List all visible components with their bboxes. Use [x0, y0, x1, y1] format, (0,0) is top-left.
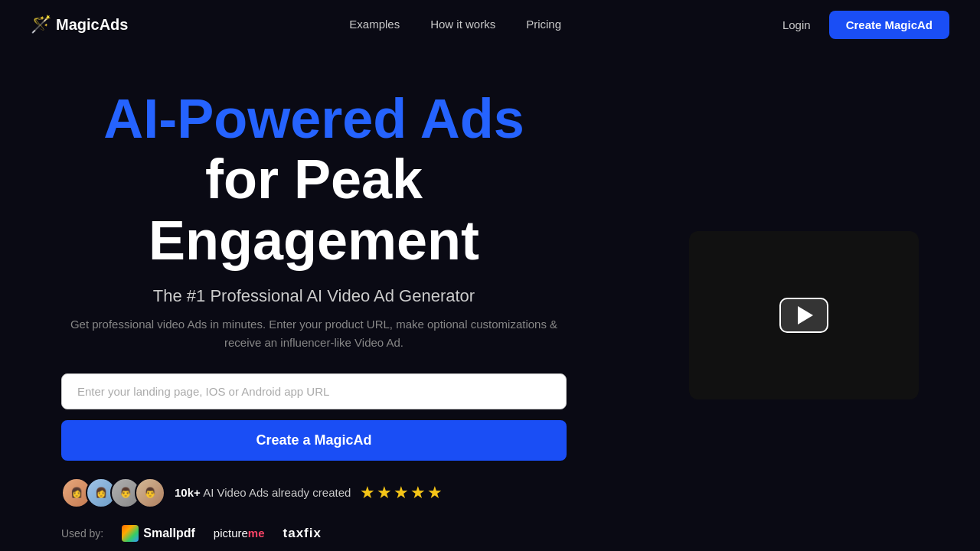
hero-video	[689, 231, 919, 399]
smallpdf-text: Smallpdf	[143, 527, 195, 540]
url-input[interactable]	[61, 373, 567, 409]
brand-pictureme: pictureme	[214, 527, 265, 540]
logo[interactable]: 🪄 MagicAds	[31, 15, 128, 34]
hero-section: AI-Powered Ads for Peak Engagement The #…	[0, 49, 980, 551]
hero-subtitle: The #1 Professional AI Video Ad Generato…	[61, 286, 567, 306]
taxfix-text: taxfix	[283, 526, 322, 541]
nav-item-pricing[interactable]: Pricing	[526, 18, 561, 31]
social-count: 10k+	[175, 486, 201, 499]
nav-item-examples[interactable]: Examples	[349, 18, 400, 31]
used-by-label: Used by:	[61, 527, 103, 540]
video-thumbnail[interactable]	[689, 231, 919, 399]
logo-icon: 🪄	[31, 15, 51, 34]
nav-right: Login Create MagicAd	[782, 11, 949, 39]
avatar: 👨	[135, 478, 165, 508]
navbar: 🪄 MagicAds Examples How it works Pricing…	[0, 0, 980, 49]
brand-smallpdf: Smallpdf	[122, 525, 195, 542]
play-icon	[798, 306, 813, 324]
hero-content: AI-Powered Ads for Peak Engagement The #…	[61, 89, 567, 542]
hero-description: Get professional video Ads in minutes. E…	[61, 315, 567, 352]
smallpdf-icon	[122, 525, 139, 542]
star-rating: ★★★★★	[360, 483, 444, 503]
logo-text: MagicAds	[56, 16, 128, 34]
avatar-group: 👩 👩 👨 👨	[61, 478, 165, 508]
create-magicad-button[interactable]: Create MagicAd	[829, 11, 949, 39]
brand-taxfix: taxfix	[283, 526, 322, 541]
play-button[interactable]	[779, 298, 828, 333]
hero-title-blue: AI-Powered Ads	[61, 89, 567, 149]
hero-title-white: for Peak Engagement	[61, 149, 567, 270]
social-label: AI Video Ads already created	[201, 486, 351, 499]
social-proof: 👩 👩 👨 👨 10k+ AI Video Ads already create…	[61, 478, 567, 508]
login-button[interactable]: Login	[782, 18, 811, 31]
nav-item-how-it-works[interactable]: How it works	[430, 18, 495, 31]
nav-links: Examples How it works Pricing	[349, 18, 561, 31]
used-by-section: Used by: Smallpdf pictureme taxfix	[61, 525, 567, 542]
social-count-text: 10k+ AI Video Ads already created	[175, 486, 351, 499]
cta-button[interactable]: Create a MagicAd	[61, 420, 567, 461]
pictureme-text: pictureme	[214, 527, 265, 540]
